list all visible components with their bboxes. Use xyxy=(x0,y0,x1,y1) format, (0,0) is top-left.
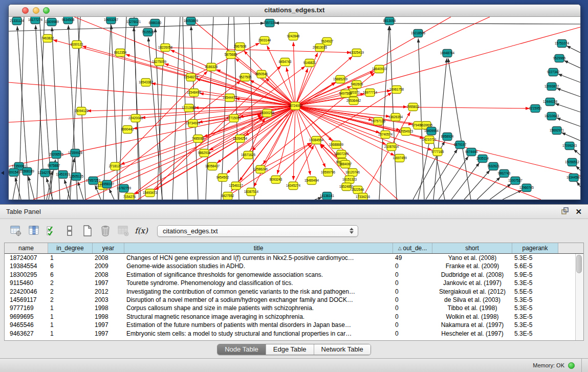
column-header-name[interactable]: name xyxy=(5,243,48,253)
create-table-icon[interactable] xyxy=(80,224,95,238)
column-header-short[interactable]: short xyxy=(432,243,512,253)
graph-node[interactable]: 9862916 xyxy=(198,149,211,157)
graph-node[interactable]: 16210643 xyxy=(545,113,559,120)
table-row[interactable]: 977716911998Corpus callosum shape and si… xyxy=(5,304,575,312)
table-row[interactable]: 946554611997Estimation of the future num… xyxy=(5,321,575,329)
graph-node[interactable]: 10599796 xyxy=(321,169,336,177)
graph-node[interactable]: 14136141 xyxy=(320,192,335,200)
table-scrollbar[interactable] xyxy=(575,254,583,340)
graph-node[interactable]: 10653287 xyxy=(104,17,119,24)
tab-network-table[interactable]: Network Table xyxy=(314,344,371,355)
graph-node[interactable]: 8186328 xyxy=(205,63,218,71)
graph-node[interactable]: 6986160 xyxy=(149,19,162,27)
column-header-title[interactable]: title xyxy=(124,243,393,253)
graph-node[interactable]: 8990443 xyxy=(121,126,134,134)
table-source-select[interactable]: citations_edges.txt xyxy=(157,225,358,237)
graph-node[interactable]: 7463822 xyxy=(41,35,54,42)
graph-node[interactable]: 15489494 xyxy=(304,177,319,185)
graph-node[interactable]: 9454502 xyxy=(216,174,229,182)
column-header-year[interactable]: year xyxy=(93,243,124,253)
graph-node[interactable]: 21087614 xyxy=(384,143,399,151)
graph-node[interactable]: 9850546 xyxy=(255,71,268,78)
network-canvas[interactable]: 1872400774638229160123891235418226058182… xyxy=(9,17,580,200)
table-row[interactable]: 946362711997Embryonic stem cells: a mode… xyxy=(5,330,575,338)
graph-node[interactable]: 7515526 xyxy=(142,29,155,36)
graph-node[interactable]: 9777165 xyxy=(431,148,444,156)
graph-node[interactable]: 9862743 xyxy=(498,170,511,178)
graph-node[interactable]: 15493473 xyxy=(143,189,158,197)
graph-node[interactable]: 2718120 xyxy=(109,163,122,170)
graph-node[interactable]: 16543382 xyxy=(139,79,154,86)
graph-node[interactable]: 13325419 xyxy=(350,49,364,57)
rows-icon[interactable] xyxy=(62,224,77,238)
graph-node[interactable]: 18640910 xyxy=(372,65,387,73)
graph-node[interactable]: 14210721 xyxy=(422,136,437,144)
network-window-titlebar[interactable]: citations_edges.txt xyxy=(9,5,580,17)
graph-node[interactable]: 17334216 xyxy=(356,193,371,200)
graph-node[interactable]: 16344560 xyxy=(567,174,580,182)
scrollbar-thumb[interactable] xyxy=(576,255,582,273)
table-settings-icon[interactable] xyxy=(9,224,23,238)
graph-node[interactable]: 7357224 xyxy=(264,19,276,27)
graph-node[interactable]: 9529966 xyxy=(553,55,566,62)
graph-node[interactable]: 9975887 xyxy=(48,162,60,170)
graph-node[interactable]: 19218506 xyxy=(411,30,426,37)
select-columns-icon[interactable] xyxy=(45,224,59,238)
graph-node[interactable]: 16120746 xyxy=(345,169,360,177)
graph-node[interactable]: 2935114 xyxy=(476,155,489,163)
graph-node[interactable]: 2522544 xyxy=(352,186,364,194)
graph-node[interactable]: 7462609 xyxy=(351,81,363,89)
graph-node[interactable]: 10740574 xyxy=(378,131,393,139)
graph-node[interactable]: 16961758 xyxy=(389,86,404,94)
graph-node[interactable]: 2967608 xyxy=(234,43,247,51)
trash-icon[interactable] xyxy=(98,224,113,238)
tab-edge-table[interactable]: Edge Table xyxy=(266,344,314,355)
graph-node[interactable]: 7632621 xyxy=(487,163,500,170)
table-row[interactable]: 1938455462009Genome-wide association stu… xyxy=(5,262,575,270)
graph-node[interactable]: 18275059 xyxy=(152,58,167,66)
panel-collapse-arrow[interactable] xyxy=(1,171,4,175)
graph-node[interactable]: 9227342 xyxy=(547,69,560,76)
column-header-out_de[interactable]: △out_de... xyxy=(393,243,432,253)
close-panel-icon[interactable]: ✕ xyxy=(575,208,582,215)
table-row[interactable]: 1456911722003Disruption of a novel membe… xyxy=(5,296,575,304)
graph-node[interactable]: 17099243 xyxy=(562,142,577,150)
graph-node[interactable]: 8454743 xyxy=(279,58,292,66)
graph-node[interactable]: 12546117 xyxy=(229,182,243,190)
graph-node[interactable]: 16977714 xyxy=(363,89,378,97)
show-columns-icon[interactable] xyxy=(27,224,41,238)
graph-node[interactable]: 7485083 xyxy=(192,135,205,143)
graph-node[interactable]: 9391549 xyxy=(9,169,20,177)
graph-node[interactable]: 16948784 xyxy=(440,50,455,57)
graph-node[interactable]: 9634508 xyxy=(62,17,75,24)
graph-node[interactable]: 8912354 xyxy=(114,49,127,57)
column-header-in_degree[interactable]: in_degree xyxy=(48,243,93,253)
graph-node[interactable]: 9474444 xyxy=(465,148,478,156)
graph-node[interactable]: 8093243 xyxy=(270,176,282,184)
graph-node[interactable]: 13276021 xyxy=(126,18,141,26)
citation-network-graph[interactable]: 1872400774638229160123891235418226058182… xyxy=(9,17,580,200)
graph-node[interactable]: 8215953 xyxy=(529,105,542,113)
table-row[interactable]: 911546021997Tourette syndrome. Phenomeno… xyxy=(5,279,575,287)
graph-node[interactable]: 8427552 xyxy=(222,192,234,200)
graph-node[interactable]: 15094122 xyxy=(74,107,89,115)
graph-node[interactable]: 14345274 xyxy=(286,182,301,190)
table-row[interactable]: 2242004622012Investigating the contribut… xyxy=(5,288,575,296)
graph-node[interactable]: 9527505 xyxy=(239,74,252,81)
graph-node[interactable]: 16151323 xyxy=(342,176,357,184)
graph-node[interactable]: 11809989 xyxy=(45,18,59,26)
graph-node[interactable]: 2903144 xyxy=(258,37,271,45)
graph-node[interactable]: 9146821 xyxy=(303,59,316,67)
graph-node[interactable]: 21331124 xyxy=(10,17,24,25)
graph-node[interactable]: 18226058 xyxy=(158,44,173,52)
graph-node[interactable]: 16177274 xyxy=(28,17,43,24)
column-header-pagerank[interactable]: pagerank xyxy=(512,243,558,253)
float-panel-icon[interactable] xyxy=(561,207,569,217)
graph-node[interactable]: 9884067 xyxy=(339,161,352,168)
graph-node[interactable]: 12444158 xyxy=(543,98,558,106)
graph-node[interactable]: 8813054 xyxy=(383,17,396,25)
graph-node[interactable]: 9160123 xyxy=(71,41,83,49)
graph-node[interactable]: 16053809 xyxy=(184,17,199,25)
graph-node[interactable]: 18387514 xyxy=(244,188,259,196)
function-builder-icon[interactable]: f(x) xyxy=(134,224,148,238)
